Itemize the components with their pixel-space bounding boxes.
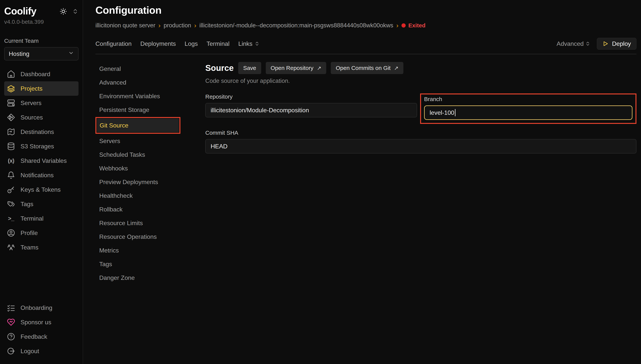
source-description: Code source of your application.: [205, 78, 636, 84]
deploy-button[interactable]: Deploy: [597, 38, 636, 50]
tab-terminal[interactable]: Terminal: [206, 40, 229, 47]
subnav-item-tags[interactable]: Tags: [96, 257, 180, 271]
repository-input[interactable]: illicitestonion/Module-Decomposition: [205, 103, 417, 118]
sidebar-item-shared-variables[interactable]: (x) Shared Variables: [4, 154, 79, 168]
subnav-item-environment-variables[interactable]: Environment Variables: [96, 89, 180, 103]
sidebar-item-label: Onboarding: [21, 304, 52, 312]
subnav-item-rollback[interactable]: Rollback: [96, 202, 180, 216]
home-icon: [7, 70, 15, 78]
variable-icon: (x): [7, 158, 15, 164]
tab-links[interactable]: Links: [238, 40, 260, 47]
sidebar-item-label: Sponsor us: [21, 319, 51, 326]
sidebar-item-label: Projects: [21, 85, 43, 92]
external-link-icon: ↗: [317, 65, 321, 71]
sidebar-item-projects[interactable]: Projects: [4, 81, 79, 96]
subnav-item-preview-deployments[interactable]: Preview Deployments: [96, 175, 180, 189]
help-circle-icon: [7, 332, 15, 341]
sidebar-item-label: Shared Variables: [21, 157, 67, 164]
subnav-item-danger-zone[interactable]: Danger Zone: [96, 271, 180, 284]
layers-icon: [7, 84, 15, 93]
sidebar-item-logout[interactable]: Logout: [4, 344, 79, 358]
sidebar-item-label: Feedback: [21, 333, 47, 340]
git-source-annotation-box: Git Source: [96, 117, 180, 134]
configuration-subnav: General Advanced Environment Variables P…: [96, 62, 180, 284]
repository-label: Repository: [205, 94, 417, 100]
commit-sha-label: Commit SHA: [205, 130, 636, 136]
subnav-item-persistent-storage[interactable]: Persistent Storage: [96, 103, 180, 117]
sidebar-item-label: Terminal: [21, 215, 44, 222]
sidebar-item-label: Keys & Tokens: [21, 186, 61, 193]
subnav-item-webhooks[interactable]: Webhooks: [96, 162, 180, 175]
save-button[interactable]: Save: [238, 62, 261, 74]
subnav-item-scheduled-tasks[interactable]: Scheduled Tasks: [96, 148, 180, 162]
sidebar-item-sources[interactable]: Sources: [4, 110, 79, 125]
sidebar-item-destinations[interactable]: Destinations: [4, 125, 79, 139]
sidebar-item-label: Teams: [21, 244, 39, 251]
subnav-item-resource-limits[interactable]: Resource Limits: [96, 216, 180, 230]
status-label: Exited: [408, 22, 425, 29]
subnav-item-git-source[interactable]: Git Source: [97, 118, 179, 132]
bell-icon: [7, 171, 15, 179]
sidebar-item-label: S3 Storages: [21, 143, 54, 150]
subnav-item-healthcheck[interactable]: Healthcheck: [96, 189, 180, 202]
advanced-menu[interactable]: Advanced: [557, 40, 590, 47]
subnav-item-metrics[interactable]: Metrics: [96, 244, 180, 257]
checklist-icon: [7, 304, 15, 312]
current-team-label: Current Team: [4, 38, 79, 44]
page-title: Configuration: [96, 4, 636, 16]
breadcrumb-project[interactable]: illicitonion quote server: [96, 22, 155, 29]
status-dot-icon: [401, 23, 406, 28]
logo-row: Coolify: [4, 5, 79, 17]
sidebar-item-tags[interactable]: Tags: [4, 197, 79, 211]
sidebar-item-s3-storages[interactable]: S3 Storages: [4, 139, 79, 154]
sidebar-item-teams[interactable]: Teams: [4, 240, 79, 254]
branch-input[interactable]: level-100: [424, 106, 632, 120]
sidebar-item-label: Sources: [21, 114, 43, 121]
tab-logs[interactable]: Logs: [185, 40, 198, 47]
subnav-item-advanced[interactable]: Advanced: [96, 76, 180, 89]
source-section-title: Source: [205, 63, 234, 73]
server-icon: [7, 99, 15, 107]
sidebar-item-feedback[interactable]: Feedback: [4, 330, 79, 344]
sidebar-item-label: Dashboard: [21, 71, 50, 78]
tab-configuration[interactable]: Configuration: [96, 40, 132, 47]
commit-sha-field-group: Commit SHA HEAD: [205, 130, 636, 154]
sidebar-item-keys-tokens[interactable]: Keys & Tokens: [4, 182, 79, 197]
sidebar-item-label: Tags: [21, 200, 34, 208]
user-circle-icon: [7, 229, 15, 237]
sidebar-nav: Dashboard Projects Servers Sources Desti…: [4, 67, 79, 254]
team-select-value: Hosting: [9, 50, 30, 57]
sidebar-item-label: Logout: [21, 348, 39, 355]
sidebar-item-notifications[interactable]: Notifications: [4, 168, 79, 182]
breadcrumb-environment[interactable]: production: [164, 22, 191, 29]
subnav-item-general[interactable]: General: [96, 62, 180, 76]
breadcrumb-application[interactable]: illicitestonion/-module--decomposition:m…: [199, 22, 393, 29]
sidebar-footer-nav: Onboarding Sponsor us Feedback Logout: [4, 300, 79, 358]
open-commits-button[interactable]: Open Commits on Git ↗: [331, 62, 403, 74]
subnav-item-resource-operations[interactable]: Resource Operations: [96, 230, 180, 244]
text-cursor: [455, 109, 455, 116]
sidebar-item-dashboard[interactable]: Dashboard: [4, 67, 79, 81]
sidebar-item-profile[interactable]: Profile: [4, 226, 79, 240]
app-logo: Coolify: [4, 5, 36, 17]
app-version: v4.0.0-beta.399: [4, 18, 79, 25]
team-select[interactable]: Hosting: [4, 47, 79, 60]
chevrons-up-down-icon: [585, 41, 590, 46]
git-source-form: Source Save Open Repository ↗ Open Commi…: [205, 62, 636, 284]
external-link-icon: ↗: [394, 65, 398, 71]
sidebar-item-servers[interactable]: Servers: [4, 96, 79, 110]
theme-sun-icon[interactable]: [60, 8, 67, 17]
sidebar-item-onboarding[interactable]: Onboarding: [4, 300, 79, 315]
commit-sha-input[interactable]: HEAD: [205, 139, 636, 154]
chevrons-up-down-icon: [254, 41, 260, 46]
branch-label: Branch: [424, 96, 632, 102]
breadcrumb-separator: ›: [393, 22, 401, 29]
subnav-item-servers[interactable]: Servers: [96, 134, 180, 148]
heart-icon: [7, 318, 15, 326]
theme-selector-chevrons-icon[interactable]: [72, 8, 79, 16]
open-repository-button[interactable]: Open Repository ↗: [266, 62, 326, 74]
sidebar-item-terminal[interactable]: >_ Terminal: [4, 211, 79, 226]
play-icon: [602, 41, 608, 47]
sidebar-item-sponsor-us[interactable]: Sponsor us: [4, 315, 79, 330]
tab-deployments[interactable]: Deployments: [140, 40, 176, 47]
